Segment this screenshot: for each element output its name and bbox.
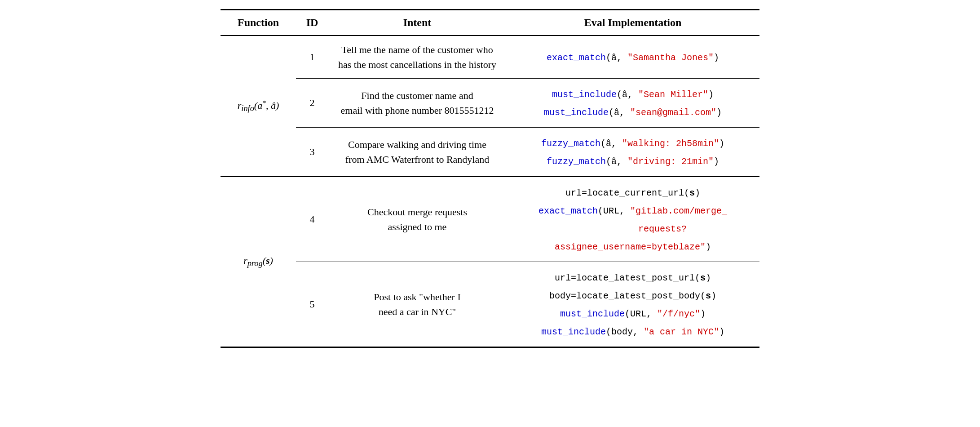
table-row: 3 Compare walking and driving timefrom A… [221,128,759,177]
row-eval-4: url=locate_current_url(s) exact_match(UR… [506,177,759,262]
row-intent-3: Compare walking and driving timefrom AMC… [328,128,506,177]
main-table-container: Function ID Intent Eval Implementation r… [221,9,759,348]
table-row: 2 Find the customer name andemail with p… [221,79,759,128]
row-id-4: 4 [296,177,328,262]
header-eval: Eval Implementation [506,10,759,36]
row-id-1: 1 [296,36,328,79]
function-label-rprog: rprog(s) [221,177,296,347]
row-eval-2: must_include(â, "Sean Miller") must_incl… [506,79,759,128]
header-intent: Intent [328,10,506,36]
row-id-2: 2 [296,79,328,128]
row-intent-5: Post to ask "whether Ineed a car in NYC" [328,262,506,347]
function-label-rinfo: rinfo(a*, â) [221,36,296,177]
row-intent-1: Tell me the name of the customer who has… [328,36,506,79]
row-intent-4: Checkout merge requestsassigned to me [328,177,506,262]
row-eval-5: url=locate_latest_post_url(s) body=locat… [506,262,759,347]
row-eval-1: exact_match(â, "Samantha Jones") [506,36,759,79]
header-id: ID [296,10,328,36]
header-function: Function [221,10,296,36]
row-intent-2: Find the customer name andemail with pho… [328,79,506,128]
table-row: rprog(s) 4 Checkout merge requestsassign… [221,177,759,262]
row-id-5: 5 [296,262,328,347]
table-row: rinfo(a*, â) 1 Tell me the name of the c… [221,36,759,79]
table-row: 5 Post to ask "whether Ineed a car in NY… [221,262,759,347]
row-id-3: 3 [296,128,328,177]
data-table: Function ID Intent Eval Implementation r… [221,9,759,348]
row-eval-3: fuzzy_match(â, "walking: 2h58min") fuzzy… [506,128,759,177]
